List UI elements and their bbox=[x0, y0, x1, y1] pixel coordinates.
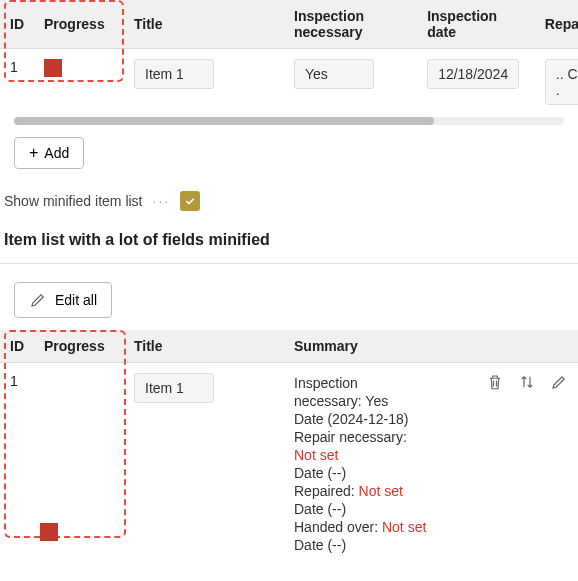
delete-button[interactable] bbox=[486, 373, 504, 394]
add-button-label: Add bbox=[44, 145, 69, 161]
repair-necessary-select[interactable]: .. Choose . bbox=[545, 59, 578, 105]
summary-line: Date (--) bbox=[294, 465, 568, 481]
trash-icon bbox=[486, 373, 504, 391]
col-repair-necessary: Repair nece bbox=[535, 0, 578, 49]
col-inspection-date: Inspection date bbox=[417, 0, 535, 49]
cell-progress bbox=[34, 49, 124, 116]
edit-all-button[interactable]: Edit all bbox=[14, 282, 112, 318]
title-input[interactable]: Item 1 bbox=[134, 59, 214, 89]
col-title: Title bbox=[124, 0, 284, 49]
pencil-icon bbox=[550, 373, 568, 391]
table-row: 1 Item 1 Yes 12/18/2024 .. Choose . bbox=[0, 49, 578, 116]
plus-icon: + bbox=[29, 145, 38, 161]
col-title: Title bbox=[124, 330, 284, 363]
progress-indicator-icon bbox=[40, 523, 58, 541]
edit-all-label: Edit all bbox=[55, 292, 97, 308]
summary-line: necessary: Yes bbox=[294, 393, 568, 409]
section-title: Item list with a lot of fields minified bbox=[0, 225, 578, 263]
col-progress: Progress bbox=[34, 0, 124, 49]
toggle-label: Show minified item list bbox=[4, 193, 143, 209]
items-table-minified: ID Progress Title Summary 1 Item 1 bbox=[0, 330, 578, 565]
summary-line: Repair necessary: bbox=[294, 429, 568, 445]
reorder-button[interactable] bbox=[518, 373, 536, 394]
col-id: ID bbox=[0, 0, 34, 49]
summary-line: Handed over: Not set bbox=[294, 519, 568, 535]
arrows-horizontal-icon bbox=[518, 373, 536, 391]
inspection-necessary-select[interactable]: Yes bbox=[294, 59, 374, 89]
add-button[interactable]: + Add bbox=[14, 137, 84, 169]
table-row: 1 Item 1 bbox=[0, 363, 578, 566]
edit-button[interactable] bbox=[550, 373, 568, 394]
summary-line: Repaired: Not set bbox=[294, 483, 568, 499]
col-progress: Progress bbox=[34, 330, 124, 363]
minified-checkbox[interactable] bbox=[180, 191, 200, 211]
ellipsis-icon: ··· bbox=[153, 193, 171, 209]
summary-line: Date (2024-12-18) bbox=[294, 411, 568, 427]
summary-line: Date (--) bbox=[294, 501, 568, 517]
cell-progress bbox=[34, 363, 124, 566]
title-input[interactable]: Item 1 bbox=[134, 373, 214, 403]
progress-indicator-icon bbox=[44, 59, 62, 77]
summary-not-set: Not set bbox=[382, 519, 426, 535]
col-id: ID bbox=[0, 330, 34, 363]
pencil-icon bbox=[29, 291, 47, 309]
cell-id: 1 bbox=[0, 49, 34, 116]
cell-id: 1 bbox=[0, 363, 34, 566]
horizontal-scrollbar[interactable] bbox=[14, 117, 564, 125]
check-icon bbox=[184, 195, 196, 207]
summary-line: Date (--) bbox=[294, 537, 568, 553]
divider bbox=[0, 263, 578, 264]
summary-not-set: Not set bbox=[359, 483, 403, 499]
col-summary: Summary bbox=[284, 330, 578, 363]
summary-not-set: Not set bbox=[294, 447, 568, 463]
items-table-top: ID Progress Title Inspection necessary I… bbox=[0, 0, 578, 115]
inspection-date-input[interactable]: 12/18/2024 bbox=[427, 59, 519, 89]
col-inspection-necessary: Inspection necessary bbox=[284, 0, 417, 49]
